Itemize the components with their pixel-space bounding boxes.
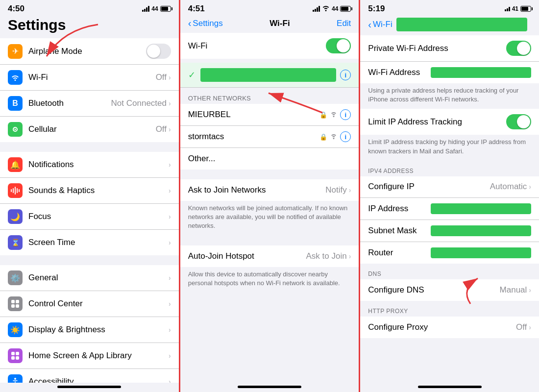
svg-point-11	[14, 378, 16, 380]
wifi-value: Off	[156, 73, 167, 82]
sounds-label: Sounds & Haptics	[28, 186, 169, 196]
router-bar	[431, 247, 531, 258]
display-icon: ☀️	[8, 322, 23, 337]
sounds-icon	[8, 183, 23, 198]
detail-back-label: Wi-Fi	[373, 20, 392, 29]
svg-rect-8	[16, 352, 19, 355]
subnet-mask-label: Subnet Mask	[368, 226, 427, 236]
status-icons-3: 41	[505, 5, 531, 12]
network-other[interactable]: Other...	[180, 148, 359, 170]
privacy-section: Private Wi-Fi Address Wi-Fi Address	[360, 35, 539, 83]
network-mieurbel[interactable]: MIEURBEL 🔒 i	[180, 104, 359, 126]
ask-join-chevron: ›	[349, 186, 351, 194]
http-header: HTTP PROXY	[360, 301, 539, 317]
wifi-address-row: Wi-Fi Address	[360, 62, 539, 83]
configure-proxy-label: Configure Proxy	[368, 322, 428, 332]
ask-join-row[interactable]: Ask to Join Networks Notify ›	[180, 179, 359, 201]
signal-icon-3	[505, 7, 510, 11]
battery-fill-1	[161, 7, 168, 11]
wifi-address-bar	[431, 67, 531, 78]
svg-rect-5	[11, 304, 15, 308]
controlcenter-row[interactable]: Control Center ›	[0, 291, 179, 317]
sounds-row[interactable]: Sounds & Haptics ›	[0, 178, 179, 204]
tracking-section: Limit IP Address Tracking	[360, 109, 539, 135]
home-indicator-1	[57, 386, 121, 388]
wifi-main-toggle[interactable]	[326, 38, 351, 53]
wifi-edit-btn[interactable]: Edit	[337, 19, 351, 28]
airplane-toggle[interactable]	[146, 44, 171, 59]
airplane-mode-row[interactable]: ✈ Airplane Mode	[0, 38, 179, 65]
detail-settings-list: Private Wi-Fi Address Wi-Fi Address Usin…	[360, 35, 539, 383]
airplane-icon: ✈	[8, 44, 23, 59]
configure-dns-row[interactable]: Configure DNS Manual ›	[360, 279, 539, 301]
bluetooth-row[interactable]: B Bluetooth Not Connected ›	[0, 91, 179, 117]
accessibility-chevron: ›	[169, 378, 171, 383]
wifi-toggle-label: Wi-Fi	[188, 41, 326, 51]
ip-address-label: IP Address	[368, 204, 427, 214]
private-wifi-toggle[interactable]	[506, 41, 531, 56]
home-indicator-3	[418, 386, 482, 388]
signal-icon-2	[313, 6, 320, 12]
display-row[interactable]: ☀️ Display & Brightness ›	[0, 317, 179, 343]
homescreen-chevron: ›	[169, 352, 171, 360]
cellular-row[interactable]: Cellular Off ›	[0, 117, 179, 142]
auto-join-value: Ask to Join	[306, 251, 347, 261]
network-stormtacs[interactable]: stormtacs 🔒 i	[180, 126, 359, 148]
auto-join-row[interactable]: Auto-Join Hotspot Ask to Join ›	[180, 245, 359, 267]
general-row[interactable]: ⚙️ General ›	[0, 265, 179, 291]
privacy-footer: Using a private address helps reduce tra…	[360, 83, 539, 109]
svg-rect-3	[11, 300, 15, 303]
limit-ip-thumb	[517, 115, 530, 128]
connected-info-btn[interactable]: i	[340, 70, 351, 80]
mieurbel-info[interactable]: i	[340, 109, 351, 120]
back-chevron: ‹	[188, 18, 192, 29]
detail-network-bar	[396, 18, 527, 31]
screentime-row[interactable]: ⌛ Screen Time ›	[0, 230, 179, 255]
configure-ip-value: Automatic	[427, 182, 527, 192]
router-row: Router	[360, 242, 539, 264]
ip-address-bar	[431, 203, 531, 214]
auto-join-chevron: ›	[349, 252, 351, 260]
connected-network-row[interactable]: ✓ i	[180, 63, 359, 88]
wifi-label: Wi-Fi	[28, 73, 156, 82]
wifi-toggle-thumb	[337, 39, 350, 52]
toggle-thumb	[147, 45, 160, 58]
focus-icon: 🌙	[8, 209, 23, 224]
limit-ip-row[interactable]: Limit IP Address Tracking	[360, 109, 539, 135]
accessibility-row[interactable]: Accessibility ›	[0, 369, 179, 383]
wifi-back-btn[interactable]: ‹ Settings	[188, 18, 223, 29]
configure-ip-row[interactable]: Configure IP Automatic ›	[360, 176, 539, 198]
general-chevron: ›	[169, 274, 171, 282]
configure-proxy-row[interactable]: Configure Proxy Off ›	[360, 317, 539, 338]
wifi-row[interactable]: Wi-Fi Off ›	[0, 65, 179, 91]
subnet-mask-bar	[431, 225, 531, 236]
notifications-row[interactable]: 🔔 Notifications ›	[0, 152, 179, 178]
stormtacs-info[interactable]: i	[340, 131, 351, 142]
wifi-toggle-row[interactable]: Wi-Fi	[180, 33, 359, 59]
battery-label-3: 41	[512, 5, 518, 12]
auto-join-footer: Allow this device to automatically disco…	[180, 267, 359, 293]
other-networks-header: OTHER NETWORKS	[180, 92, 359, 104]
general-icon: ⚙️	[8, 270, 23, 285]
stormtacs-lock: 🔒	[319, 133, 327, 141]
settings-title: Settings	[8, 17, 171, 33]
screentime-icon: ⌛	[8, 235, 23, 250]
status-bar-1: 4:50 44	[0, 0, 179, 16]
configure-proxy-chevron: ›	[529, 323, 531, 331]
ask-join-group: Ask to Join Networks Notify ›	[180, 179, 359, 201]
notifications-label: Notifications	[28, 160, 169, 170]
tracking-footer: Limit IP address tracking by hiding your…	[360, 135, 539, 160]
homescreen-row[interactable]: Home Screen & App Library ›	[0, 343, 179, 369]
checkmark-icon: ✓	[188, 70, 196, 80]
detail-back-btn[interactable]: ‹ Wi-Fi	[368, 19, 392, 30]
focus-row[interactable]: 🌙 Focus ›	[0, 204, 179, 230]
general-group: ⚙️ General › Control Center › ☀️ Display…	[0, 265, 179, 383]
back-label: Settings	[193, 19, 222, 28]
bluetooth-value: Not Connected	[111, 98, 167, 108]
cellular-label: Cellular	[28, 124, 156, 134]
screentime-label: Screen Time	[28, 238, 169, 247]
private-wifi-label: Private Wi-Fi Address	[368, 44, 448, 53]
limit-ip-toggle[interactable]	[506, 114, 531, 129]
private-wifi-row[interactable]: Private Wi-Fi Address	[360, 35, 539, 62]
app-container: 4:50 44 Settings	[0, 0, 539, 392]
